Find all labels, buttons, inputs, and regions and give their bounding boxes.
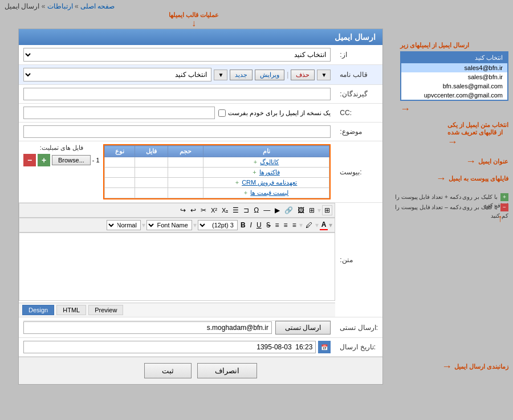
template-input-cell: ▼ حذف | ویرایش جدید ▼ انتخاب کنید [19, 65, 335, 85]
email-item-2[interactable]: sales@bfn.ir [401, 72, 507, 81]
email-item-3[interactable]: bfn.sales@gmail.com [401, 81, 507, 91]
breadcrumb-home[interactable]: صفحه اصلی [80, 2, 115, 10]
recipients-row: :گیرندگان [19, 85, 382, 104]
edit-template-btn[interactable]: ویرایش [255, 70, 284, 80]
attach-size-1 [168, 157, 203, 168]
attach-add-1[interactable]: + [254, 158, 257, 165]
tab-preview[interactable]: Preview [88, 305, 123, 315]
attach-add-3[interactable]: + [235, 179, 239, 186]
tab-html[interactable]: HTML [56, 305, 86, 315]
attach-link-4[interactable]: لیست قیمت ها [250, 189, 288, 196]
email-dropdown[interactable]: انتخاب کنید sales4@bfn.ir sales@bfn.ir b… [400, 51, 508, 101]
attach-row-3: تعهدنامه فروش CRM + [104, 178, 329, 188]
tb-more-icon[interactable]: ✂ [199, 206, 208, 215]
cc-checkbox-label[interactable]: یک نسخه از ایمیل را برای خودم بفرست [218, 109, 331, 117]
email-item-4[interactable]: upvccenter.com@gmail.com [401, 91, 507, 100]
attach-plus-btn[interactable]: + [38, 154, 50, 166]
anno-subject-label: عنوان ایمیل [478, 158, 508, 165]
from-label: :از [335, 45, 382, 65]
tb-strike-icon[interactable]: S̶ [264, 221, 272, 230]
tb-list-icon[interactable]: ☰ [231, 206, 241, 215]
tb-bold-icon[interactable]: B [239, 221, 247, 230]
calendar-icon[interactable]: 📅 [318, 341, 331, 353]
browse-button[interactable]: ...Browse [52, 155, 91, 165]
attach-right-controls: فایل های تمبلیت: 1 - ...Browse + − [23, 144, 100, 166]
tb-sub-icon[interactable]: X₂ [220, 206, 230, 215]
style-select[interactable]: Normal [107, 220, 141, 230]
font-name-select[interactable]: Font Name [146, 220, 192, 230]
new-template-btn[interactable]: جدید [230, 70, 253, 80]
attach-add-2[interactable]: + [253, 169, 256, 176]
template-select-arrow[interactable]: ▼ [214, 70, 227, 80]
from-row: :از انتخاب کنید [19, 45, 382, 65]
cc-input[interactable] [23, 107, 215, 119]
test-email-input[interactable]: s.moghadam@bfn.ir [23, 321, 272, 334]
attach-link-1[interactable]: کاتالوگ [260, 158, 279, 165]
tb-media-icon[interactable]: ▶ [273, 206, 282, 215]
tb-color-icon[interactable]: A [320, 220, 328, 230]
attach-link-2[interactable]: فاکتورها [259, 169, 280, 176]
attach-name-1: کاتالوگ + [203, 157, 329, 168]
tab-design[interactable]: Design [22, 305, 54, 315]
attach-link-3[interactable]: تعهدنامه فروش CRM [242, 179, 297, 186]
tb-underline-icon[interactable]: U [255, 221, 263, 230]
breadcrumb-contacts[interactable]: ارتباطات [47, 2, 73, 10]
date-input[interactable]: 1395-08-03 16:23 [23, 341, 316, 353]
template-dropdown-arrow[interactable]: ▼ [317, 70, 331, 80]
subject-input[interactable] [23, 125, 331, 138]
test-send-label: ارسال تستی: [335, 317, 382, 338]
tb-align-left[interactable]: ≡ [291, 221, 298, 230]
tb-sup-icon[interactable]: X² [209, 206, 219, 214]
panel-header: ارسال ایمیل [19, 29, 382, 45]
cancel-button[interactable]: انصراف [197, 363, 257, 378]
top-annotation-arrow: ↓ [192, 19, 196, 28]
tb-table-icon[interactable]: ⊞ [307, 206, 316, 215]
tb-indent-icon[interactable]: ⊏ [242, 206, 251, 215]
tb-undo-icon[interactable]: ↩ [189, 206, 198, 215]
attach-file-1 [135, 157, 168, 168]
email-item-1[interactable]: sales4@bfn.ir [401, 63, 507, 72]
tb-align-center[interactable]: ≡ [282, 221, 290, 230]
arrow-template: → [447, 136, 458, 148]
arrow-schedule: → [442, 361, 452, 373]
attachment-area: نام حجم فایل نوع [23, 144, 331, 199]
email-form-panel: ارسال ایمیل :از انتخاب کنید ق [18, 28, 383, 385]
arrow-email-from: → [400, 103, 410, 115]
tb-hr-icon[interactable]: — [262, 206, 272, 215]
page-wrapper: صفحه اصلی » ارتباطات » ارسال ایمیل ارسال… [0, 0, 513, 420]
tb-link-icon[interactable]: 🔗 [283, 206, 295, 215]
font-size-select[interactable]: 3 (12pt) [198, 220, 238, 230]
attach-add-4[interactable]: + [244, 189, 247, 196]
delete-template-btn[interactable]: حذف [291, 70, 315, 80]
tb-sep-1: ▾ [317, 206, 321, 214]
tb-icon-1[interactable]: ⊞ [322, 205, 332, 215]
attach-file-3 [135, 178, 168, 188]
from-select[interactable]: انتخاب کنید [23, 48, 331, 62]
anno-subject: عنوان ایمیل → [466, 156, 508, 168]
attach-minus-btn[interactable]: − [23, 154, 36, 166]
tb-italic-icon[interactable]: I [249, 221, 254, 230]
email-dropdown-header: انتخاب کنید [401, 52, 507, 63]
send-test-button[interactable]: ارسال تستی [275, 321, 331, 335]
main-form-column: عملیات قالب ایمیلها ↓ ارسال ایمیل :از ان… [5, 10, 383, 398]
save-button[interactable]: ثبت [144, 363, 192, 378]
template-select[interactable]: انتخاب کنید [23, 68, 211, 81]
attach-row-1: کاتالوگ + [104, 157, 329, 168]
tb-redo-icon[interactable]: ↪ [178, 206, 188, 215]
tb-special-icon[interactable]: Ω [252, 206, 260, 215]
cc-controls: یک نسخه از ایمیل را برای خودم بفرست [23, 107, 331, 119]
tb-sep-left: ▾ [329, 221, 332, 229]
anno-email-from: ارسال ایمیل از ایمیلهای زیر انتخاب کنید … [400, 42, 508, 115]
recipients-input[interactable] [23, 88, 331, 100]
tb-highlight-icon[interactable]: 🖊 [304, 221, 314, 230]
attach-file-2 [135, 168, 168, 178]
arrow-subject: → [466, 156, 476, 168]
anno-attachments-label: فایلهای پیوست به ایمیل [449, 175, 508, 182]
tb-img-icon[interactable]: 🖼 [296, 206, 306, 215]
attach-file-4 [135, 188, 168, 198]
attach-row-4: لیست قیمت ها + [104, 188, 329, 198]
tb-align-right[interactable]: ≡ [274, 221, 281, 230]
cc-checkbox[interactable] [218, 109, 226, 117]
attach-type-1 [104, 157, 135, 168]
email-body-editor[interactable] [19, 233, 335, 301]
